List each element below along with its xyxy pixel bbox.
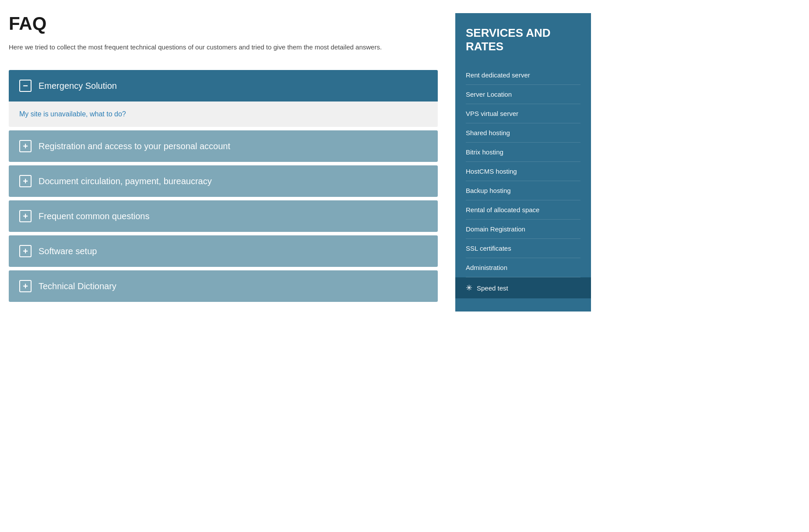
sidebar-item-location[interactable]: Server Location — [466, 85, 580, 104]
sidebar-item-ssl[interactable]: SSL certificates — [466, 239, 580, 258]
sidebar: SERVICES AND RATES Rent dedicated server… — [455, 13, 591, 312]
accordion-item-registration: +Registration and access to your persona… — [9, 130, 438, 162]
sidebar-item-shared[interactable]: Shared hosting — [466, 123, 580, 143]
sidebar-label-ssl: SSL certificates — [466, 245, 511, 252]
main-content: FAQ Here we tried to collect the most fr… — [9, 13, 438, 312]
sidebar-label-rental: Rental of allocated space — [466, 206, 539, 214]
accordion-item-common: +Frequent common questions — [9, 200, 438, 232]
accordion-icon-documents: + — [19, 175, 32, 187]
accordion-icon-common: + — [19, 210, 32, 222]
accordion-icon-dictionary: + — [19, 280, 32, 292]
sidebar-label-location: Server Location — [466, 91, 512, 98]
sidebar-item-backup[interactable]: Backup hosting — [466, 181, 580, 200]
sidebar-item-bitrix[interactable]: Bitrix hosting — [466, 143, 580, 162]
accordion-header-documents[interactable]: +Document circulation, payment, bureaucr… — [9, 165, 438, 197]
accordion-header-common[interactable]: +Frequent common questions — [9, 200, 438, 232]
accordion-label-documents: Document circulation, payment, bureaucra… — [39, 176, 212, 186]
accordion-link-emergency[interactable]: My site is unavailable, what to do? — [19, 110, 126, 118]
accordion-header-registration[interactable]: +Registration and access to your persona… — [9, 130, 438, 162]
accordion-item-dictionary: +Technical Dictionary — [9, 270, 438, 302]
sidebar-label-backup: Backup hosting — [466, 187, 511, 194]
accordion-item-emergency: −Emergency SolutionMy site is unavailabl… — [9, 70, 438, 127]
sidebar-item-admin[interactable]: Administration — [466, 258, 580, 277]
accordion-header-software[interactable]: +Software setup — [9, 235, 438, 267]
accordion-item-documents: +Document circulation, payment, bureaucr… — [9, 165, 438, 197]
sidebar-label-shared: Shared hosting — [466, 129, 510, 136]
accordion-header-dictionary[interactable]: +Technical Dictionary — [9, 270, 438, 302]
page-title: FAQ — [9, 13, 438, 34]
page-wrapper: FAQ Here we tried to collect the most fr… — [0, 0, 809, 325]
accordion-container: −Emergency SolutionMy site is unavailabl… — [9, 70, 438, 302]
sidebar-label-dedicated: Rent dedicated server — [466, 71, 530, 79]
sidebar-nav: Rent dedicated serverServer LocationVPS … — [466, 66, 580, 298]
accordion-icon-software: + — [19, 245, 32, 257]
sidebar-box: SERVICES AND RATES Rent dedicated server… — [455, 13, 591, 312]
sidebar-item-hostcms[interactable]: HostCMS hosting — [466, 162, 580, 181]
accordion-item-software: +Software setup — [9, 235, 438, 267]
sidebar-item-vps[interactable]: VPS virtual server — [466, 104, 580, 123]
accordion-header-emergency[interactable]: −Emergency Solution — [9, 70, 438, 102]
accordion-label-registration: Registration and access to your personal… — [39, 141, 230, 151]
sidebar-label-hostcms: HostCMS hosting — [466, 168, 517, 175]
accordion-label-common: Frequent common questions — [39, 211, 149, 221]
accordion-label-emergency: Emergency Solution — [39, 81, 117, 91]
sidebar-item-rental[interactable]: Rental of allocated space — [466, 200, 580, 220]
sidebar-label-speed: Speed test — [477, 284, 508, 292]
accordion-body-emergency: My site is unavailable, what to do? — [9, 102, 438, 127]
accordion-label-software: Software setup — [39, 246, 97, 256]
sidebar-label-bitrix: Bitrix hosting — [466, 148, 503, 156]
accordion-label-dictionary: Technical Dictionary — [39, 281, 116, 291]
page-description: Here we tried to collect the most freque… — [9, 42, 438, 52]
accordion-icon-emergency: − — [19, 80, 32, 92]
sidebar-icon-speed: ✳ — [466, 283, 472, 293]
accordion-icon-registration: + — [19, 140, 32, 152]
sidebar-label-domain: Domain Registration — [466, 225, 525, 233]
sidebar-label-admin: Administration — [466, 264, 507, 271]
sidebar-label-vps: VPS virtual server — [466, 110, 518, 117]
sidebar-item-speed[interactable]: ✳Speed test — [455, 277, 591, 298]
sidebar-item-domain[interactable]: Domain Registration — [466, 220, 580, 239]
sidebar-title: SERVICES AND RATES — [466, 26, 580, 53]
sidebar-item-dedicated[interactable]: Rent dedicated server — [466, 66, 580, 85]
